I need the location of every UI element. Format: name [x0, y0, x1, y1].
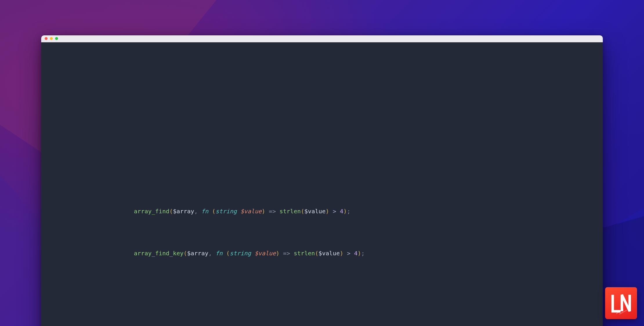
- code-token-func: array_find_key: [134, 250, 183, 257]
- logo-ln-icon: [609, 292, 632, 314]
- code-token-op: >: [343, 250, 354, 257]
- code-token-fn: fn: [201, 208, 208, 215]
- code-token-punct: ,: [209, 250, 216, 257]
- code-token-paren: ): [340, 250, 343, 257]
- code-token-punct: ;: [347, 208, 350, 215]
- code-token-num: 4: [340, 208, 343, 215]
- code-token-op: >: [329, 208, 340, 215]
- code-token-var: $value: [304, 208, 325, 215]
- zoom-icon[interactable]: [55, 37, 58, 40]
- code-token-paren: (: [169, 208, 173, 215]
- code-token-paren: ): [358, 250, 361, 257]
- code-token-paren: (: [301, 208, 304, 215]
- code-token-punct: [223, 250, 226, 257]
- logo-badge: [605, 287, 637, 319]
- code-token-paren: (: [315, 250, 319, 257]
- code-token-fn: fn: [216, 250, 222, 257]
- code-token-param: $value: [240, 208, 262, 215]
- code-token-punct: =>: [265, 208, 279, 215]
- code-token-func: strlen: [294, 250, 315, 257]
- close-icon[interactable]: [45, 37, 48, 40]
- code-token-punct: [237, 208, 240, 215]
- code-token-var: $value: [319, 250, 340, 257]
- minimize-icon[interactable]: [50, 37, 53, 40]
- code-token-punct: ,: [194, 208, 201, 215]
- code-token-var: $array: [187, 250, 208, 257]
- code-token-func: array_find: [134, 208, 169, 215]
- code-token-type: string: [216, 208, 237, 215]
- code-block: array_find($array, fn (string $value) =>…: [134, 189, 365, 276]
- code-token-punct: ;: [361, 250, 365, 257]
- code-token-paren: ): [343, 208, 347, 215]
- code-token-paren: (: [184, 250, 187, 257]
- code-token-type: string: [230, 250, 251, 257]
- code-token-paren: (: [212, 208, 216, 215]
- code-token-paren: (: [226, 250, 230, 257]
- code-line: array_find_key($array, fn (string $value…: [134, 249, 365, 258]
- code-token-paren: ): [326, 208, 329, 215]
- code-token-paren: ): [276, 250, 279, 257]
- window-titlebar[interactable]: [41, 35, 603, 42]
- code-line: array_find($array, fn (string $value) =>…: [134, 207, 365, 216]
- code-token-punct: [251, 250, 254, 257]
- code-token-punct: [209, 208, 212, 215]
- code-token-param: $value: [255, 250, 276, 257]
- code-token-func: strlen: [279, 208, 301, 215]
- code-token-punct: =>: [279, 250, 294, 257]
- code-token-paren: ): [262, 208, 265, 215]
- code-editor[interactable]: array_find($array, fn (string $value) =>…: [41, 42, 603, 326]
- code-window: array_find($array, fn (string $value) =>…: [41, 35, 603, 326]
- code-token-var: $array: [173, 208, 194, 215]
- code-token-num: 4: [354, 250, 358, 257]
